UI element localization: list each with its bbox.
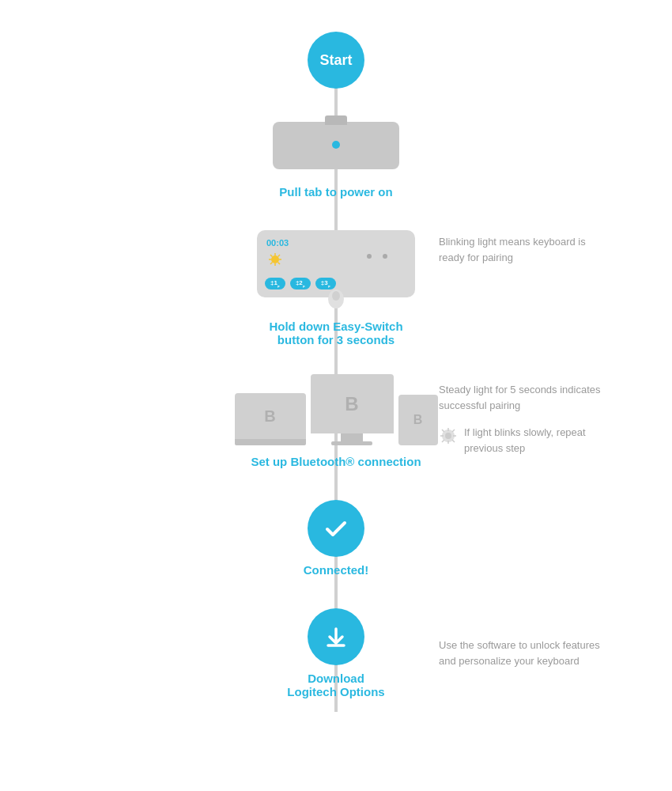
connected-label: Connected!	[304, 563, 369, 577]
start-label: Start	[319, 52, 352, 69]
monitor-neck	[341, 433, 363, 441]
bluetooth-label: Set up Bluetooth® connection	[251, 455, 421, 468]
connected-circle	[308, 500, 364, 557]
start-circle: Start	[308, 32, 364, 89]
btn-2: ‡2ₚ	[290, 278, 311, 290]
steps-container: Start Pull tab to power on	[0, 0, 672, 746]
easy-switch-label: Hold down Easy-Switch button for 3 secon…	[269, 320, 402, 346]
keyboard-timer: 00:03	[266, 238, 406, 248]
page-container: Start Pull tab to power on	[0, 0, 672, 791]
svg-line-6	[278, 263, 281, 265]
connector-5	[334, 577, 338, 608]
laptop-screen: B	[235, 393, 306, 439]
dot-2	[383, 254, 387, 259]
monitor-bt-icon: B	[345, 393, 358, 415]
blink-text: If light blinks slowly, repeat previous …	[464, 425, 621, 456]
step-connected: Connected!	[0, 500, 672, 577]
step-pull-tab: Pull tab to power on	[0, 112, 672, 199]
connector-2	[334, 199, 338, 222]
steady-light-text: Steady light for 5 seconds indicates suc…	[439, 382, 621, 414]
monitor-base	[331, 441, 372, 445]
finger-icon	[325, 288, 347, 313]
bluetooth-side-note: Steady light for 5 seconds indicates suc…	[439, 382, 621, 457]
laptop-bt-icon: B	[264, 407, 275, 426]
step-download: Download Logitech Options Use the softwa…	[0, 608, 672, 698]
pull-tab-dot	[332, 141, 340, 149]
svg-line-5	[270, 255, 273, 257]
download-circle	[308, 608, 364, 665]
pull-tab-label: Pull tab to power on	[279, 185, 392, 199]
keyboard-illustration: 00:03	[253, 230, 419, 313]
step-easy-switch: 00:03	[0, 222, 672, 346]
download-label: Download Logitech Options	[287, 672, 384, 698]
connector-1	[334, 89, 338, 112]
svg-line-20	[442, 440, 444, 442]
svg-point-12	[445, 433, 451, 439]
sun-icon	[268, 252, 282, 267]
bluetooth-center: B B B	[235, 374, 438, 468]
blink-indicator	[439, 426, 458, 445]
svg-line-18	[452, 440, 455, 442]
svg-line-8	[270, 263, 273, 265]
svg-line-19	[452, 430, 455, 432]
pull-tab-center: Pull tab to power on	[269, 112, 403, 199]
connector-3	[334, 346, 338, 374]
easy-switch-center: 00:03	[253, 230, 419, 346]
pull-tab-illustration	[269, 112, 403, 176]
svg-line-7	[278, 255, 281, 257]
easy-switch-side-note: Blinking light means keyboard is ready f…	[439, 234, 613, 266]
device-tablet: B	[398, 395, 438, 445]
tablet-bt-icon: B	[413, 413, 423, 427]
dot-1	[367, 254, 372, 259]
svg-line-17	[442, 430, 444, 432]
btn-1: ‡1ₚ	[265, 278, 285, 290]
svg-point-10	[332, 291, 340, 301]
laptop-base	[235, 439, 306, 445]
download-center: Download Logitech Options	[287, 608, 384, 698]
device-laptop: B	[235, 393, 306, 445]
pull-tab-notch	[325, 115, 347, 125]
device-monitor: B	[311, 374, 394, 445]
connector-4	[334, 468, 338, 500]
devices-illustration: B B B	[235, 374, 438, 445]
keyboard-indicator-dots	[367, 254, 387, 259]
blink-note: If light blinks slowly, repeat previous …	[439, 425, 621, 456]
connected-center: Connected!	[304, 500, 369, 577]
monitor-screen: B	[311, 374, 394, 433]
download-side-note: Use the software to unlock features and …	[439, 638, 613, 669]
step-bluetooth: B B B	[0, 374, 672, 468]
